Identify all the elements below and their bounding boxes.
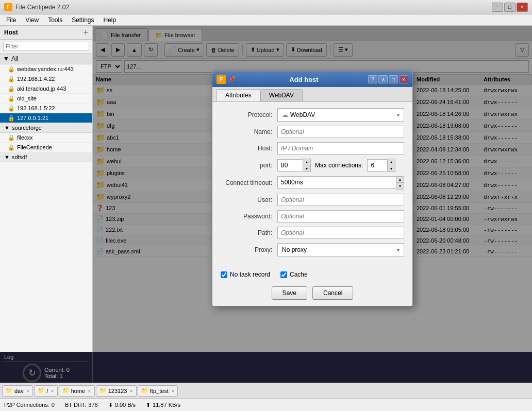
btab-home-close[interactable]: × [88, 388, 91, 394]
sidebar-item-filecentipede[interactable]: 🔒 FileCentipede [0, 143, 92, 152]
title-bar-controls: − □ × [492, 3, 528, 12]
host-input[interactable] [277, 142, 404, 155]
no-task-record-check[interactable] [221, 271, 227, 278]
sidebar-all-group[interactable]: ▼ All [0, 54, 92, 64]
sidebar-group-label: sourceforge [12, 125, 42, 131]
bottom-tab-dav[interactable]: 📁 dav × [2, 385, 33, 397]
menu-view[interactable]: View [21, 15, 43, 25]
path-input[interactable] [277, 227, 404, 239]
bottom-tab-root[interactable]: 📁 / × [34, 385, 58, 397]
btab-123123-close[interactable]: × [129, 388, 132, 394]
port-field: ▴ ▾ Max connections: ▴ ▾ [277, 159, 395, 172]
path-row: Path: [221, 227, 404, 239]
cache-checkbox[interactable]: Cache [280, 271, 308, 278]
menu-help[interactable]: Help [99, 15, 121, 25]
sidebar-item-aki-teracloud[interactable]: 🔒 aki.teracloud.jp:443 [0, 84, 92, 94]
timeout-up-spinner[interactable]: ▴ [396, 177, 404, 183]
no-task-record-checkbox[interactable]: No task record [221, 271, 270, 278]
bt-dht: BT DHT: 376 [65, 402, 98, 408]
minimize-button[interactable]: − [492, 3, 503, 12]
sidebar-item-label: 127.0.0.1:21 [17, 115, 48, 121]
log-stats: ↻ Current: 0 Total: 1 [4, 364, 88, 382]
modal-title-buttons: ? ∧ □ × [368, 75, 408, 83]
sidebar-item-filecxx[interactable]: 🔒 filecxx [0, 133, 92, 143]
btab-root-close[interactable]: × [51, 388, 54, 394]
menu-file[interactable]: File [2, 15, 20, 25]
bottom-tab-123123[interactable]: 📁 123123 × [96, 385, 137, 397]
p2p-label: P2P Connections: [4, 402, 49, 408]
proxy-value: No proxy [282, 246, 397, 253]
btab-home-label: home [71, 388, 86, 394]
bottom-tab-home[interactable]: 📁 home × [59, 385, 95, 397]
user-row: User: [221, 194, 404, 206]
sidebar-item-192-168-1-4[interactable]: 🔒 192.168.1.4:22 [0, 74, 92, 84]
filter-input[interactable] [3, 42, 89, 51]
modal-tab-attributes[interactable]: Attributes [217, 89, 260, 101]
save-button[interactable]: Save [272, 286, 307, 300]
folder-icon: 📁 [6, 387, 13, 394]
btab-dav-label: dav [14, 388, 24, 394]
shield-icon: 🔒 [8, 115, 14, 121]
proxy-label: Proxy: [221, 246, 277, 253]
btab-ftp-test-label: ftp_test [150, 388, 169, 394]
sidebar-item-127-0-0-1[interactable]: 🔒 127.0.0.1:21 [0, 113, 92, 123]
modal-close-button[interactable]: × [399, 75, 408, 83]
timeout-input[interactable] [277, 176, 396, 189]
proxy-select[interactable]: No proxy ▾ [277, 243, 404, 256]
password-row: Password: [221, 210, 404, 222]
sidebar-group-sdfsdf[interactable]: ▼ sdfsdf [0, 152, 92, 162]
modal-minimize-button[interactable]: ∧ [378, 75, 388, 83]
max-conn-up-spinner[interactable]: ▴ [388, 159, 395, 165]
menu-settings[interactable]: Settings [68, 15, 98, 25]
protocol-select-field[interactable]: ☁ WebDAV ▾ [277, 108, 404, 122]
user-input[interactable] [277, 194, 404, 206]
btab-dav-close[interactable]: × [26, 388, 29, 394]
log-sidebar: Log ↻ Current: 0 Total: 1 [0, 352, 93, 383]
port-up-spinner[interactable]: ▴ [303, 159, 310, 165]
max-conn-input[interactable] [367, 159, 388, 172]
modal-expand-button[interactable]: □ [389, 75, 398, 83]
port-down-spinner[interactable]: ▾ [303, 165, 310, 172]
modal-tabs: Attributes WebDAV [212, 87, 412, 102]
log-spinner-icon: ↻ [28, 367, 36, 379]
shield-icon: 🔒 [8, 105, 14, 111]
timeout-down-spinner[interactable]: ▾ [396, 183, 404, 189]
max-conn-down-spinner[interactable]: ▾ [388, 165, 395, 172]
sidebar-group-sourceforge[interactable]: ▼ sourceforge [0, 123, 92, 133]
port-input[interactable] [277, 159, 303, 172]
password-input[interactable] [277, 210, 404, 222]
close-button[interactable]: × [517, 3, 528, 12]
title-bar: F File Centipede 2.02 − □ × [0, 0, 532, 14]
folder-icon: 📁 [62, 387, 70, 394]
btab-ftp-test-close[interactable]: × [171, 388, 174, 394]
cancel-button[interactable]: Cancel [312, 286, 353, 300]
sidebar-filter-area [0, 40, 92, 54]
total-value: 1 [59, 373, 62, 379]
timeout-spinners: ▴ ▾ [396, 176, 404, 190]
modal-pin-icon[interactable]: 📌 [228, 76, 236, 83]
name-input[interactable] [277, 126, 404, 138]
maximize-button[interactable]: □ [504, 3, 516, 12]
current-label: Current: 0 [44, 367, 70, 373]
menu-tools[interactable]: Tools [44, 15, 66, 25]
sidebar-item-192-168-1-5[interactable]: 🔒 192.168.1.5:22 [0, 104, 92, 113]
cache-check[interactable] [280, 271, 287, 278]
sidebar-item-webdav-yandex[interactable]: 🔒 webdav.yandex.ru:443 [0, 64, 92, 74]
host-row: Host: [221, 142, 404, 155]
shield-icon: 🔒 [8, 85, 14, 92]
modal-help-button[interactable]: ? [368, 75, 377, 83]
menu-bar: File View Tools Settings Help [0, 14, 532, 26]
sidebar-item-old-site[interactable]: 🔒 old_site [0, 94, 92, 104]
btab-123123-label: 123123 [108, 388, 127, 394]
sidebar-title: Host [4, 29, 18, 36]
log-content-area [93, 352, 532, 383]
user-label: User: [221, 196, 277, 203]
bottom-tab-ftp-test[interactable]: 📁 ftp_test × [138, 385, 178, 397]
modal-title-icons: F 📌 [217, 75, 236, 84]
modal-app-logo: F [217, 75, 226, 84]
add-host-button[interactable]: + [84, 28, 88, 37]
speed-down-value: 0.00 B/s [115, 402, 136, 408]
modal-tab-webdav[interactable]: WebDAV [260, 89, 303, 101]
status-bar: P2P Connections: 0 BT DHT: 376 ⬇ 0.00 B/… [0, 398, 532, 411]
proxy-row: Proxy: No proxy ▾ [221, 243, 404, 256]
